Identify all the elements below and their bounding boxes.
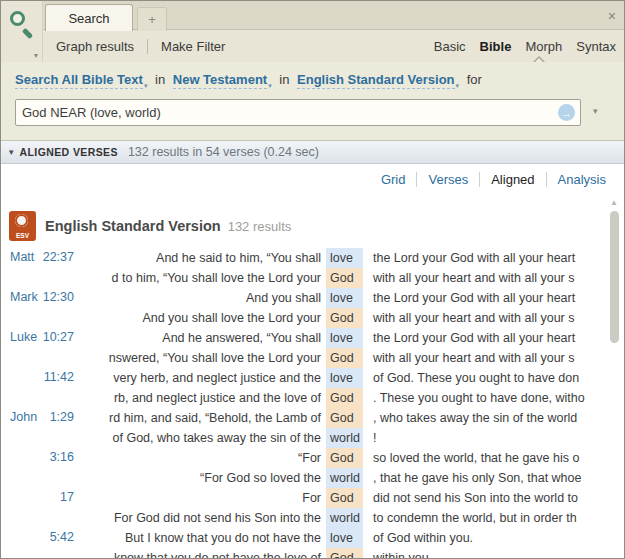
keyword-hit[interactable]: world xyxy=(326,468,363,488)
tab-morph[interactable]: Morph xyxy=(525,39,562,54)
query-history-chevron-down-icon[interactable]: ▾ xyxy=(593,106,598,116)
keyword-hit[interactable]: God xyxy=(326,308,363,328)
search-scope-area: Search All Bible Text▾ in New Testament▾… xyxy=(1,62,624,141)
chapter-verse[interactable]: 17 xyxy=(60,490,74,504)
context-before: For xyxy=(90,491,324,505)
view-verses[interactable]: Verses xyxy=(428,172,468,187)
result-row[interactable]: John1:29rd him, and said, “Behold, the L… xyxy=(2,408,606,428)
book-name[interactable]: Luke xyxy=(10,330,37,344)
view-separator xyxy=(479,172,480,187)
verse-reference[interactable]: Mark12:30 xyxy=(2,288,90,308)
tab-basic[interactable]: Basic xyxy=(434,39,466,54)
keyword-hit[interactable]: world xyxy=(326,508,363,528)
graph-results-menu[interactable]: Graph results xyxy=(56,39,134,54)
search-panel-icon[interactable] xyxy=(8,11,36,41)
verse-reference[interactable] xyxy=(2,268,90,288)
keyword-hit[interactable]: God xyxy=(326,548,363,559)
view-separator xyxy=(546,172,547,187)
keyword-hit[interactable]: love xyxy=(326,248,363,268)
result-row[interactable]: 3:16“ForGodso loved the world, that he g… xyxy=(2,448,606,468)
result-row[interactable]: nswered, “You shall love the Lord yourGo… xyxy=(2,348,606,368)
keyword-hit[interactable]: love xyxy=(326,288,363,308)
result-row[interactable]: For God did not send his Son into thewor… xyxy=(2,508,606,528)
chapter-verse[interactable]: 11:42 xyxy=(44,370,74,384)
verse-reference[interactable]: 11:42 xyxy=(2,368,90,388)
esv-resource-icon[interactable]: ESV xyxy=(9,211,36,241)
result-row[interactable]: of God, who takes away the sin of thewor… xyxy=(2,428,606,448)
book-name[interactable]: Mark xyxy=(10,290,38,304)
book-name[interactable]: John xyxy=(10,410,37,424)
aligned-verses-section-header[interactable]: ▾ ALIGNED VERSES 132 results in 54 verse… xyxy=(1,141,624,164)
context-after: of God within you. xyxy=(363,531,606,545)
verse-reference[interactable] xyxy=(2,348,90,368)
make-filter-menu[interactable]: Make Filter xyxy=(161,39,225,54)
keyword-hit[interactable]: world xyxy=(326,428,363,448)
chapter-verse[interactable]: 5:42 xyxy=(50,530,74,544)
tab-search[interactable]: Search xyxy=(45,4,133,31)
keyword-hit[interactable]: God xyxy=(326,408,363,428)
scrollbar-up-arrow-icon[interactable]: ▲ xyxy=(610,198,618,207)
verse-reference[interactable]: 17 xyxy=(2,488,90,508)
go-arrow-button[interactable]: → xyxy=(558,104,575,121)
verse-reference[interactable]: Luke10:27 xyxy=(2,328,90,348)
keyword-hit[interactable]: love xyxy=(326,328,363,348)
result-row[interactable]: d to him, “You shall love the Lord yourG… xyxy=(2,268,606,288)
scrollbar-thumb[interactable] xyxy=(610,211,619,343)
scope-version-dropdown[interactable]: English Standard Version xyxy=(297,72,454,89)
scrollbar[interactable]: ▲ xyxy=(608,196,622,556)
verse-reference[interactable]: Matt22:37 xyxy=(2,248,90,268)
view-grid[interactable]: Grid xyxy=(381,172,406,187)
context-before: But I know that you do not have the xyxy=(90,531,324,545)
context-after: of God. These you ought to have don xyxy=(363,371,606,385)
view-analysis[interactable]: Analysis xyxy=(558,172,606,187)
verse-reference[interactable] xyxy=(2,428,90,448)
result-row[interactable]: “For God so loved theworld, that he gave… xyxy=(2,468,606,488)
result-row[interactable]: know that you do not have the love ofGod… xyxy=(2,548,606,559)
result-row[interactable]: And you shall love the Lord yourGodwith … xyxy=(2,308,606,328)
context-before: For God did not send his Son into the xyxy=(90,511,324,525)
close-icon[interactable]: × xyxy=(608,8,616,24)
chapter-verse[interactable]: 1:29 xyxy=(50,410,74,424)
collapse-chevron-icon[interactable]: ▾ xyxy=(9,147,14,157)
verse-reference[interactable] xyxy=(2,508,90,528)
keyword-hit[interactable]: God xyxy=(326,488,363,508)
result-row[interactable]: rb, and neglect justice and the love ofG… xyxy=(2,388,606,408)
chapter-verse[interactable]: 3:16 xyxy=(50,450,74,464)
new-tab-button[interactable]: + xyxy=(137,7,167,31)
scope-range-dropdown[interactable]: New Testament xyxy=(173,72,267,89)
keyword-hit[interactable]: love xyxy=(326,528,363,548)
tab-bible[interactable]: Bible xyxy=(480,39,512,54)
context-after: with all your heart and with all your s xyxy=(363,271,606,285)
scope-connector: in xyxy=(155,72,165,87)
result-row[interactable]: 5:42But I know that you do not have thel… xyxy=(2,528,606,548)
results-panel: Grid Verses Aligned Analysis ESV English… xyxy=(1,164,624,558)
result-row[interactable]: 11:42very herb, and neglect justice and … xyxy=(2,368,606,388)
view-aligned[interactable]: Aligned xyxy=(491,172,534,187)
panel-menu-chevron-down-icon[interactable]: ▾ xyxy=(34,51,38,60)
keyword-hit[interactable]: love xyxy=(326,368,363,388)
tab-syntax[interactable]: Syntax xyxy=(576,39,616,54)
keyword-hit[interactable]: God xyxy=(326,388,363,408)
chapter-verse[interactable]: 22:37 xyxy=(43,250,74,264)
result-row[interactable]: Luke10:27And he answered, “You shalllove… xyxy=(2,328,606,348)
result-row[interactable]: 17ForGoddid not send his Son into the wo… xyxy=(2,488,606,508)
context-before: And you shall xyxy=(90,291,324,305)
verse-reference[interactable] xyxy=(2,548,90,559)
verse-reference[interactable]: 5:42 xyxy=(2,528,90,548)
search-input[interactable] xyxy=(16,105,558,120)
chapter-verse[interactable]: 10:27 xyxy=(43,330,74,344)
result-row[interactable]: Mark12:30And you shalllovethe Lord your … xyxy=(2,288,606,308)
result-row[interactable]: Matt22:37And he said to him, “You shalll… xyxy=(2,248,606,268)
verse-reference[interactable]: 3:16 xyxy=(2,448,90,468)
verse-reference[interactable]: John1:29 xyxy=(2,408,90,428)
verse-reference[interactable] xyxy=(2,308,90,328)
verse-reference[interactable] xyxy=(2,468,90,488)
keyword-hit[interactable]: God xyxy=(326,268,363,288)
book-name[interactable]: Matt xyxy=(10,250,34,264)
scope-search-kind-dropdown[interactable]: Search All Bible Text xyxy=(15,72,143,89)
verse-reference[interactable] xyxy=(2,388,90,408)
keyword-hit[interactable]: God xyxy=(326,448,363,468)
chapter-verse[interactable]: 12:30 xyxy=(43,290,74,304)
view-switcher: Grid Verses Aligned Analysis xyxy=(381,172,606,187)
keyword-hit[interactable]: God xyxy=(326,348,363,368)
